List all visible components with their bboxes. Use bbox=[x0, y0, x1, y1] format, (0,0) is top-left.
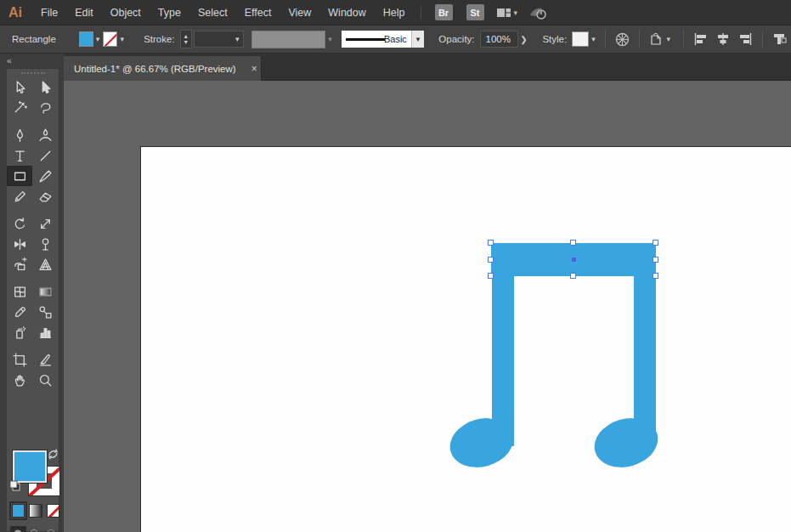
note-stem-left[interactable] bbox=[492, 255, 514, 446]
tool-direct-selection[interactable] bbox=[32, 77, 58, 98]
toolbar-panel bbox=[6, 68, 59, 532]
tool-eyedropper[interactable] bbox=[7, 302, 32, 322]
handle-bottom-left[interactable] bbox=[488, 273, 494, 279]
tool-lasso[interactable] bbox=[32, 98, 58, 118]
chevron-down-icon[interactable]: ▾ bbox=[328, 35, 332, 43]
handle-top-center[interactable] bbox=[570, 240, 576, 246]
menu-effect[interactable]: Effect bbox=[236, 0, 280, 25]
tool-type[interactable] bbox=[7, 145, 32, 166]
tool-perspective-grid[interactable] bbox=[32, 254, 58, 274]
menu-view[interactable]: View bbox=[280, 0, 319, 25]
tool-group-gap bbox=[7, 118, 59, 125]
tool-pen[interactable] bbox=[7, 125, 32, 145]
tool-zoom[interactable] bbox=[32, 370, 58, 390]
tool-group-gap bbox=[7, 207, 59, 213]
graphic-style-swatch[interactable] bbox=[572, 31, 589, 47]
transform-panel-button[interactable] bbox=[772, 32, 788, 46]
tool-list bbox=[7, 77, 59, 390]
tool-pencil[interactable] bbox=[7, 186, 32, 207]
tool-magic-wand[interactable] bbox=[7, 98, 32, 118]
gradient-button[interactable] bbox=[29, 504, 42, 518]
chevron-down-icon[interactable]: ▾ bbox=[120, 35, 124, 43]
menu-edit[interactable]: Edit bbox=[66, 0, 102, 25]
align-center-button[interactable] bbox=[715, 32, 731, 46]
handle-bottom-center[interactable] bbox=[570, 273, 576, 279]
controlbar-divider bbox=[605, 31, 606, 48]
draw-inside-button[interactable] bbox=[42, 526, 59, 532]
object-center-point[interactable] bbox=[572, 258, 576, 262]
menu-file[interactable]: File bbox=[32, 0, 66, 25]
handle-bottom-right[interactable] bbox=[653, 273, 658, 279]
menu-window[interactable]: Window bbox=[319, 0, 374, 25]
stock-button[interactable]: St bbox=[466, 4, 484, 20]
tool-line-segment[interactable] bbox=[32, 145, 58, 166]
tool-artboard[interactable] bbox=[7, 349, 32, 370]
fill-indicator[interactable] bbox=[13, 450, 47, 483]
bridge-button[interactable]: Br bbox=[435, 4, 453, 20]
stroke-color-swatch[interactable] bbox=[103, 31, 117, 47]
draw-normal-button[interactable] bbox=[10, 526, 26, 532]
none-button[interactable] bbox=[47, 504, 59, 518]
handle-mid-left[interactable] bbox=[488, 257, 494, 263]
tool-scale[interactable] bbox=[32, 213, 58, 234]
color-button[interactable] bbox=[12, 504, 25, 518]
brush-preview-stroke bbox=[346, 38, 385, 41]
tool-mesh[interactable] bbox=[7, 281, 32, 302]
chevron-down-icon: ▾ bbox=[514, 8, 518, 17]
canvas[interactable] bbox=[64, 81, 791, 532]
recolor-artwork-button[interactable] bbox=[615, 32, 630, 47]
handle-top-left[interactable] bbox=[488, 240, 494, 246]
tool-selection[interactable] bbox=[7, 77, 32, 98]
align-right-button[interactable] bbox=[737, 32, 753, 46]
align-left-button[interactable] bbox=[693, 32, 709, 46]
handle-top-right[interactable] bbox=[653, 240, 658, 246]
tool-paintbrush[interactable] bbox=[32, 166, 58, 186]
chevron-down-icon[interactable]: ▾ bbox=[411, 31, 424, 48]
tool-symbol-sprayer[interactable] bbox=[7, 322, 32, 342]
swap-fill-stroke-icon[interactable] bbox=[48, 448, 59, 463]
tool-column-graph[interactable] bbox=[32, 322, 58, 342]
tool-puppet-warp[interactable] bbox=[32, 234, 58, 254]
tool-eraser[interactable] bbox=[32, 186, 58, 207]
control-bar: Rectangle ▾ ▾ Stroke: ▲▼ ▾ ▾ Basic ▾ Opa… bbox=[0, 25, 791, 54]
chevron-down-icon[interactable]: ▾ bbox=[96, 35, 100, 43]
close-tab-icon[interactable]: × bbox=[245, 63, 264, 75]
controlbar-divider bbox=[639, 31, 640, 48]
document-tab[interactable]: Untitled-1* @ 66.67% (RGB/Preview) × bbox=[64, 56, 262, 81]
tool-hand[interactable] bbox=[7, 370, 32, 390]
menu-select[interactable]: Select bbox=[189, 0, 236, 25]
tool-gradient[interactable] bbox=[32, 281, 58, 302]
draw-behind-button[interactable] bbox=[26, 526, 42, 532]
controlbar-divider bbox=[683, 31, 684, 48]
handle-mid-right[interactable] bbox=[653, 257, 658, 263]
tool-width[interactable] bbox=[7, 234, 32, 254]
artboard[interactable] bbox=[140, 146, 791, 532]
note-stem-right[interactable] bbox=[634, 255, 656, 446]
chevron-down-icon[interactable]: ▾ bbox=[591, 35, 596, 43]
toolbar-grip[interactable] bbox=[7, 69, 59, 77]
default-fill-stroke-icon[interactable] bbox=[9, 480, 21, 495]
fill-color-swatch[interactable] bbox=[79, 31, 93, 47]
menu-object[interactable]: Object bbox=[102, 0, 150, 25]
opacity-input[interactable]: 100% bbox=[480, 31, 519, 48]
tool-rotate[interactable] bbox=[7, 213, 32, 234]
illustrator-logo: Ai bbox=[0, 5, 32, 20]
stroke-weight-stepper[interactable]: ▲▼ bbox=[180, 30, 192, 48]
tool-curvature[interactable] bbox=[32, 125, 58, 145]
collapse-toolbar-button[interactable]: « bbox=[7, 56, 11, 65]
tool-blend[interactable] bbox=[32, 302, 58, 322]
shape-options-button[interactable]: ▾ bbox=[649, 32, 675, 46]
arrange-documents-button[interactable]: ▾ bbox=[496, 7, 518, 19]
tool-group-gap bbox=[7, 342, 59, 349]
tool-rectangle[interactable] bbox=[7, 166, 32, 186]
gpu-performance-icon[interactable] bbox=[528, 5, 548, 20]
menu-type[interactable]: Type bbox=[150, 0, 189, 25]
menu-help[interactable]: Help bbox=[375, 0, 414, 25]
brush-definition-dropdown[interactable]: Basic bbox=[342, 31, 411, 48]
stroke-weight-combo[interactable]: ▾ bbox=[194, 31, 244, 48]
work-area: Untitled-1* @ 66.67% (RGB/Preview) × bbox=[64, 54, 791, 532]
tool-shape-builder[interactable] bbox=[7, 254, 32, 274]
width-profile-dropdown[interactable] bbox=[251, 31, 325, 48]
tool-slice[interactable] bbox=[32, 349, 58, 370]
transparency-panel-arrow[interactable]: ❯ bbox=[520, 35, 527, 44]
